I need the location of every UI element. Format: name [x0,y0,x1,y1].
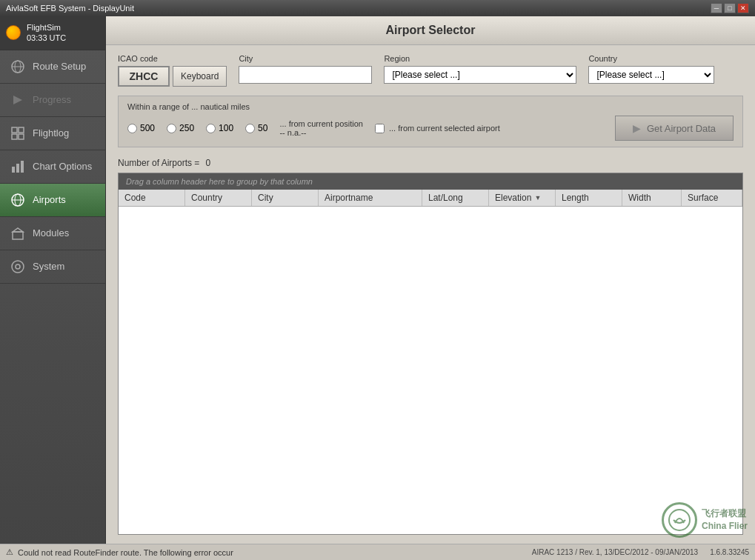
from-position-group: ... from current position -- n.a.-- [279,119,363,137]
sidebar-item-system[interactable]: System [0,250,105,284]
sidebar-item-airports[interactable]: Airports [0,184,105,217]
from-airport-checkbox[interactable] [375,124,385,133]
sidebar-label-route-setup: Route Setup [33,61,86,72]
col-header-latlong[interactable]: Lat/Long [422,190,489,206]
fields-row: ICAO code ZHCC Keyboard City Region [Ple… [118,54,743,87]
panel-title: Airport Selector [106,16,755,45]
get-airport-label: Get Airport Data [647,123,716,134]
radio-input-500[interactable] [127,124,137,133]
svg-marker-3 [13,96,22,104]
sidebar-item-route-setup[interactable]: Route Setup [0,50,105,84]
country-label: Country [588,54,714,63]
drag-hint: Drag a column header here to group by th… [119,173,742,190]
watermark-line2: China Flier [702,520,748,533]
sidebar: FlightSim 03:33 UTC Route Setup Progress… [0,16,106,544]
status-right: AIRAC 1213 / Rev. 1, 13/DEC/2012 - 09/JA… [532,548,749,556]
range-title: Within a range of ... nautical miles [127,102,734,111]
sidebar-item-flightlog[interactable]: Flightlog [0,117,105,150]
radio-input-50[interactable] [245,124,255,133]
svg-rect-4 [12,127,17,133]
col-header-surface[interactable]: Surface [682,190,742,206]
warning-icon: ⚠ [6,547,13,557]
watermark-circle [662,502,697,538]
col-header-code[interactable]: Code [119,190,185,206]
radio-label-250: 250 [179,123,194,133]
num-airports-label: Number of Airports = [118,158,199,168]
svg-rect-5 [19,127,24,133]
city-field-group: City [239,54,372,84]
globe2-icon [9,191,27,209]
content-area: Airport Selector ICAO code ZHCC Keyboard… [106,16,755,544]
radio-input-100[interactable] [206,124,216,133]
logo-text: FlightSim 03:33 UTC [27,22,66,44]
title-bar: AivlaSoft EFB System - DisplayUnit ─ □ ✕ [0,0,755,16]
sidebar-item-chart-options[interactable]: Chart Options [0,150,105,184]
minimize-button[interactable]: ─ [711,3,722,13]
country-select[interactable]: [Please select ...] [588,66,714,84]
range-section: Within a range of ... nautical miles 500… [118,96,743,147]
icao-field-group: ICAO code ZHCC Keyboard [118,54,227,87]
close-button[interactable]: ✕ [737,3,749,13]
logo-icon [6,25,21,40]
col-header-elevation[interactable]: Elevation ▼ [489,190,556,206]
radio-100[interactable]: 100 [206,123,233,133]
chart-icon [9,158,27,176]
radio-50[interactable]: 50 [245,123,267,133]
svg-marker-15 [13,228,23,232]
sidebar-label-progress: Progress [33,94,71,105]
from-airport-label: ... from current selected airport [389,124,500,133]
sidebar-label-airports: Airports [33,194,66,205]
col-header-airportname[interactable]: Airportname [319,190,422,206]
svg-rect-9 [16,164,19,173]
svg-rect-8 [12,167,15,173]
from-position-value: -- n.a.-- [279,128,363,137]
window-controls: ─ □ ✕ [711,3,749,13]
sidebar-label-flightlog: Flightlog [33,127,69,139]
col-header-width[interactable]: Width [622,190,682,206]
watermark: 飞行者联盟 China Flier [662,502,748,538]
status-left: ⚠ Could not read RouteFinder route. The … [6,547,233,557]
sidebar-label-modules: Modules [33,227,69,239]
arrow-icon [9,91,27,109]
col-header-country[interactable]: Country [185,190,252,206]
svg-point-16 [12,261,24,273]
svg-rect-14 [13,232,23,239]
city-input[interactable] [239,66,372,84]
status-message: Could not read RouteFinder route. The fo… [18,548,233,557]
col-header-city[interactable]: City [252,190,319,206]
city-label: City [239,54,372,63]
window-title: AivlaSoft EFB System - DisplayUnit [6,4,134,13]
keyboard-button[interactable]: Keyboard [173,66,227,87]
sidebar-item-modules[interactable]: Modules [0,217,105,250]
region-label: Region [384,54,576,63]
radio-250[interactable]: 250 [167,123,194,133]
col-header-length[interactable]: Length [556,190,622,206]
airport-grid: Drag a column header here to group by th… [118,173,743,535]
svg-rect-10 [21,161,24,173]
get-airport-button[interactable]: ▶ Get Airport Data [615,116,734,141]
globe-icon [9,58,27,76]
radio-input-250[interactable] [167,124,176,133]
airport-selector: ICAO code ZHCC Keyboard City Region [Ple… [106,45,755,544]
get-airport-arrow-icon: ▶ [633,122,641,134]
box-icon [9,224,27,242]
radio-500[interactable]: 500 [127,123,155,133]
region-select[interactable]: [Please select ...] [384,66,576,84]
sidebar-logo: FlightSim 03:33 UTC [0,16,105,50]
sidebar-item-progress: Progress [0,84,105,117]
icao-button[interactable]: ZHCC [118,66,170,87]
svg-point-17 [16,264,20,269]
range-row: 500 250 100 50 ... from [127,116,734,141]
sidebar-label-system: System [33,261,64,272]
country-field-group: Country [Please select ...] [588,54,714,84]
sidebar-label-chart-options: Chart Options [33,161,92,172]
watermark-line1: 飞行者联盟 [702,507,748,520]
watermark-text: 飞行者联盟 China Flier [702,507,748,533]
num-airports-row: Number of Airports = 0 [118,153,743,173]
grid-body [119,207,742,534]
icao-label: ICAO code [118,54,227,63]
region-field-group: Region [Please select ...] [384,54,576,84]
maximize-button[interactable]: □ [724,3,736,13]
airac-info: AIRAC 1213 / Rev. 1, 13/DEC/2012 - 09/JA… [532,548,698,556]
status-bar: ⚠ Could not read RouteFinder route. The … [0,544,755,560]
